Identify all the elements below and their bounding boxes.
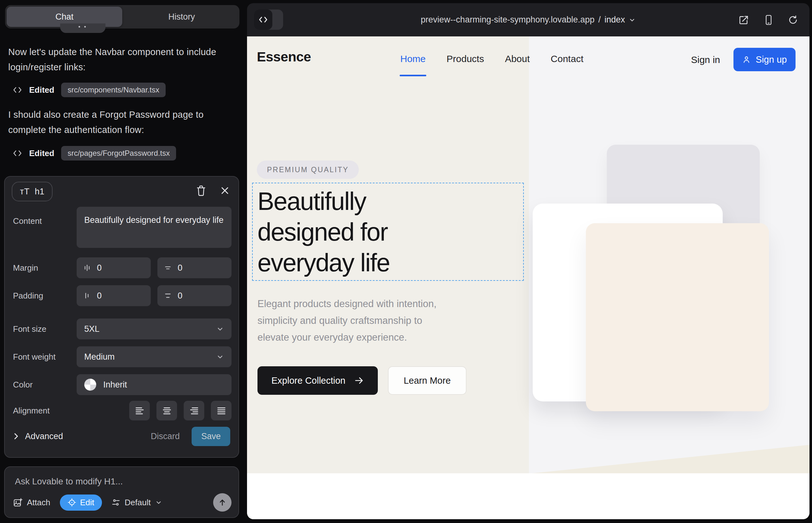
color-value: Inherit bbox=[103, 380, 127, 390]
edited-label: Edited bbox=[29, 148, 54, 158]
sign-up-button[interactable]: Sign up bbox=[734, 48, 796, 71]
element-editor-panel: тT h1 Content Beautifully designed for e… bbox=[4, 176, 239, 458]
padding-horizontal-input[interactable]: 0 bbox=[77, 285, 151, 306]
chevron-down-icon bbox=[155, 499, 162, 506]
advanced-label: Advanced bbox=[25, 432, 63, 441]
font-size-value: 5XL bbox=[84, 324, 100, 334]
refresh-icon[interactable] bbox=[788, 15, 798, 25]
nav-contact[interactable]: Contact bbox=[551, 54, 583, 64]
attach-image-icon bbox=[13, 498, 22, 507]
user-icon bbox=[742, 55, 751, 64]
browser-topbar: preview--charming-site-symphony.lovable.… bbox=[247, 3, 810, 36]
sliders-icon bbox=[111, 498, 120, 507]
color-swatch-icon bbox=[84, 379, 96, 391]
sign-in-link[interactable]: Sign in bbox=[691, 54, 720, 65]
discard-button[interactable]: Discard bbox=[151, 432, 180, 441]
url-bar[interactable]: preview--charming-site-symphony.lovable.… bbox=[247, 3, 810, 36]
preview-url: preview--charming-site-symphony.lovable.… bbox=[421, 15, 595, 25]
site-brand[interactable]: Essence bbox=[257, 49, 311, 65]
attach-button[interactable]: Attach bbox=[13, 498, 50, 507]
heading-line: everyday life bbox=[258, 247, 390, 278]
paragraph-line: Elegant products designed with intention… bbox=[258, 295, 436, 312]
chevron-down-icon bbox=[629, 16, 636, 23]
margin-vertical-icon bbox=[164, 264, 172, 272]
mode-label: Default bbox=[125, 498, 151, 507]
padding-horizontal-icon bbox=[83, 292, 91, 300]
font-size-label: Font size bbox=[13, 324, 77, 334]
mobile-view-icon[interactable] bbox=[764, 15, 773, 25]
prompt-input[interactable] bbox=[15, 476, 224, 487]
sign-up-label: Sign up bbox=[756, 54, 787, 65]
app-root: Chat History Now let's update the Navbar… bbox=[0, 0, 812, 523]
scrolled-pill[interactable] bbox=[60, 23, 105, 33]
content-textarea[interactable]: Beautifully designed for everyday life bbox=[77, 207, 231, 248]
nav-about[interactable]: About bbox=[505, 54, 530, 64]
mode-selector[interactable]: Default bbox=[111, 498, 162, 507]
edited-file-row[interactable]: Edited src/pages/ForgotPassword.tsx bbox=[13, 146, 176, 161]
sidebar: Chat History Now let's update the Navbar… bbox=[0, 0, 246, 523]
heading-line: designed for bbox=[258, 217, 390, 247]
nav-products[interactable]: Products bbox=[446, 54, 484, 64]
url-separator: / bbox=[598, 15, 601, 25]
element-tag: h1 bbox=[35, 187, 44, 197]
selected-element-pill[interactable]: тT h1 bbox=[12, 182, 53, 201]
hero-heading[interactable]: Beautifully designed for everyday life bbox=[258, 186, 390, 278]
margin-horizontal-value: 0 bbox=[97, 263, 102, 273]
color-select[interactable]: Inherit bbox=[77, 374, 231, 395]
delete-button[interactable] bbox=[196, 185, 206, 196]
chat-message: I should also create a Forgot Password p… bbox=[8, 107, 232, 138]
tab-history[interactable]: History bbox=[124, 5, 240, 29]
file-chip[interactable]: src/components/Navbar.tsx bbox=[61, 83, 165, 97]
margin-horizontal-icon bbox=[83, 264, 91, 272]
edited-label: Edited bbox=[29, 85, 54, 95]
align-center-button[interactable] bbox=[156, 401, 177, 420]
open-external-icon[interactable] bbox=[739, 15, 749, 25]
align-right-button[interactable] bbox=[184, 401, 204, 420]
close-icon[interactable] bbox=[220, 186, 230, 195]
pill-dot bbox=[78, 26, 80, 28]
chevron-right-icon bbox=[13, 432, 19, 440]
padding-vertical-icon bbox=[164, 292, 172, 300]
font-weight-value: Medium bbox=[84, 352, 114, 362]
chevron-down-icon bbox=[216, 325, 224, 333]
premium-badge: PREMIUM QUALITY bbox=[257, 161, 359, 179]
edited-file-row[interactable]: Edited src/components/Navbar.tsx bbox=[13, 82, 166, 97]
explore-collection-button[interactable]: Explore Collection bbox=[258, 366, 378, 395]
paragraph-line: simplicity and quality craftsmanship to bbox=[258, 312, 436, 329]
cta-secondary-label: Learn More bbox=[404, 376, 451, 386]
send-button[interactable] bbox=[213, 493, 231, 511]
attach-label: Attach bbox=[27, 498, 50, 507]
arrow-right-icon bbox=[354, 376, 364, 385]
code-icon bbox=[13, 149, 22, 157]
tab-chat-label: Chat bbox=[55, 12, 73, 22]
prompt-box: Attach Edit Default bbox=[4, 466, 239, 518]
margin-vertical-value: 0 bbox=[178, 263, 182, 273]
preview-browser-frame: preview--charming-site-symphony.lovable.… bbox=[247, 3, 810, 519]
edit-mode-pill[interactable]: Edit bbox=[60, 494, 102, 511]
content-label: Content bbox=[13, 207, 77, 226]
padding-vertical-value: 0 bbox=[178, 291, 182, 301]
pill-dot bbox=[84, 26, 86, 28]
chevron-down-icon bbox=[216, 353, 224, 361]
margin-label: Margin bbox=[13, 263, 77, 273]
font-size-select[interactable]: 5XL bbox=[77, 319, 231, 339]
heading-line: Beautifully bbox=[258, 186, 390, 217]
decor-card-cream bbox=[586, 223, 769, 411]
site-nav: Home Products About Contact bbox=[400, 54, 583, 64]
align-justify-button[interactable] bbox=[211, 401, 231, 420]
preview-path: index bbox=[604, 15, 625, 25]
cta-primary-label: Explore Collection bbox=[271, 376, 346, 386]
font-weight-label: Font weight bbox=[13, 352, 77, 362]
align-left-button[interactable] bbox=[129, 401, 150, 420]
learn-more-button[interactable]: Learn More bbox=[388, 366, 466, 395]
padding-vertical-input[interactable]: 0 bbox=[157, 285, 231, 306]
font-weight-select[interactable]: Medium bbox=[77, 346, 231, 367]
margin-horizontal-input[interactable]: 0 bbox=[77, 257, 151, 278]
nav-home[interactable]: Home bbox=[400, 54, 426, 64]
advanced-toggle[interactable]: Advanced bbox=[13, 432, 63, 441]
save-button[interactable]: Save bbox=[192, 427, 230, 446]
file-chip[interactable]: src/pages/ForgotPassword.tsx bbox=[61, 146, 176, 161]
margin-vertical-input[interactable]: 0 bbox=[157, 257, 231, 278]
edit-label: Edit bbox=[80, 498, 94, 507]
diagonal-shape bbox=[529, 445, 810, 474]
